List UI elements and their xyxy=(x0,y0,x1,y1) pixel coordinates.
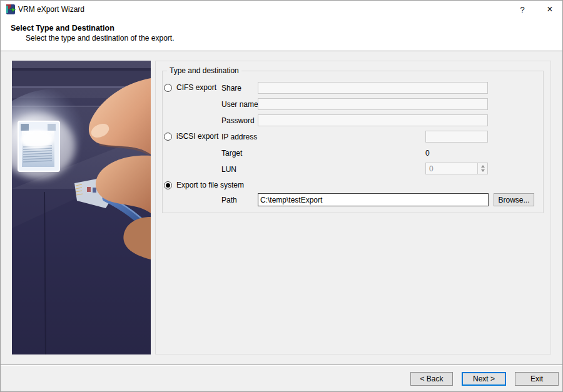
help-button[interactable]: ? xyxy=(512,1,532,18)
export-to-file-system-label[interactable]: Export to file system xyxy=(176,181,244,189)
path-input[interactable] xyxy=(258,193,489,206)
share-label: Share xyxy=(221,84,241,93)
app-icon xyxy=(5,4,16,15)
back-button[interactable]: < Back xyxy=(410,372,453,386)
cifs-export-label[interactable]: CIFS export xyxy=(176,83,216,92)
page-subtitle: Select the type and destination of the e… xyxy=(26,34,175,43)
header-divider xyxy=(1,51,562,51)
cifs-export-radio[interactable] xyxy=(164,84,172,92)
wizard-header: Select Type and Destination Select the t… xyxy=(1,18,562,51)
lun-label: LUN xyxy=(221,165,236,174)
spin-down-icon xyxy=(481,169,485,172)
lun-value: 0 xyxy=(429,164,434,173)
browse-button[interactable]: Browse... xyxy=(494,193,534,206)
share-input xyxy=(258,82,488,94)
page-title: Select Type and Destination xyxy=(11,24,114,33)
user-name-label: User name xyxy=(221,100,258,109)
title-bar[interactable]: VRM eXport Wizard ? × xyxy=(1,1,562,18)
target-label: Target xyxy=(221,149,242,158)
password-input xyxy=(258,114,488,126)
footer-divider-highlight xyxy=(1,365,562,366)
window-title: VRM eXport Wizard xyxy=(18,5,84,14)
iscsi-export-radio[interactable] xyxy=(164,133,172,141)
ip-address-input xyxy=(425,131,488,143)
password-label: Password xyxy=(221,116,255,125)
close-button[interactable]: × xyxy=(539,1,561,18)
spin-up-icon xyxy=(481,165,485,168)
network-cable-photo xyxy=(12,61,151,354)
iscsi-export-label[interactable]: iSCSI export xyxy=(176,132,218,141)
target-value: 0 xyxy=(425,149,430,158)
export-to-file-system-radio[interactable] xyxy=(164,181,172,189)
next-button[interactable]: Next > xyxy=(462,372,506,386)
lun-spin-buttons xyxy=(477,163,487,174)
lun-spinner: 0 xyxy=(425,163,488,174)
user-name-input xyxy=(258,98,488,110)
groupbox-title: Type and destination xyxy=(167,66,241,75)
exit-button[interactable]: Exit xyxy=(515,372,559,386)
ip-address-label: IP address xyxy=(221,133,257,141)
vrm-export-wizard-window: VRM eXport Wizard ? × Select Type and De… xyxy=(0,0,563,392)
path-label: Path xyxy=(221,196,237,204)
